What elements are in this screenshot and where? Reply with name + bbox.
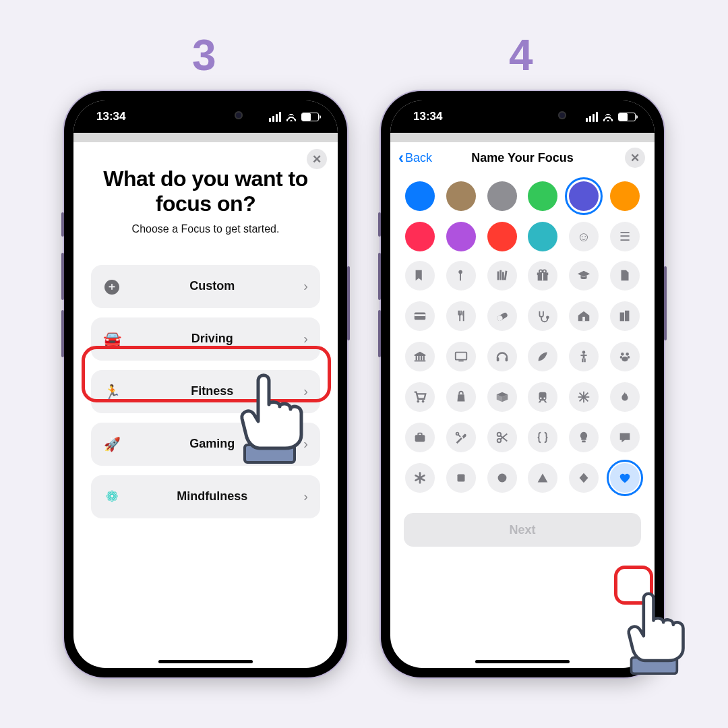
svg-rect-32 — [580, 355, 586, 356]
close-button[interactable]: ✕ — [307, 149, 327, 169]
page-title: What do you want to focus on? — [88, 166, 323, 216]
glyph-museum[interactable] — [405, 342, 435, 371]
next-button[interactable]: Next — [404, 513, 641, 547]
svg-point-33 — [621, 353, 624, 356]
chevron-right-icon: › — [303, 489, 308, 504]
glyph-bag[interactable] — [446, 382, 476, 412]
card-icon — [413, 309, 427, 324]
svg-point-15 — [546, 316, 549, 320]
glyph-bulb[interactable] — [569, 423, 599, 452]
glyph-person[interactable] — [569, 342, 599, 371]
glyph-pin[interactable] — [446, 261, 476, 291]
glyph-house[interactable] — [569, 301, 599, 331]
color-swatch[interactable] — [528, 222, 557, 251]
svg-point-10 — [543, 270, 547, 273]
svg-rect-27 — [505, 357, 508, 361]
glyph-card[interactable] — [405, 301, 435, 331]
glyph-train[interactable] — [528, 382, 557, 412]
glyph-file[interactable] — [610, 261, 640, 291]
cart-icon — [413, 390, 427, 404]
glyph-triangle[interactable] — [528, 463, 557, 493]
glyph-fork[interactable] — [446, 301, 476, 331]
glyph-tv[interactable] — [446, 342, 476, 371]
glyph-grad[interactable] — [569, 261, 599, 291]
glyph-headphones[interactable] — [487, 342, 517, 371]
glyph-square[interactable] — [446, 463, 476, 493]
svg-rect-24 — [456, 353, 467, 360]
grad-icon — [576, 268, 591, 283]
color-swatch[interactable] — [446, 222, 476, 251]
color-swatch[interactable] — [405, 222, 435, 251]
glyph-bookmark[interactable] — [405, 261, 435, 291]
svg-point-36 — [627, 356, 630, 359]
color-swatch[interactable] — [487, 181, 517, 211]
fire-icon — [617, 390, 632, 404]
svg-rect-3 — [499, 270, 502, 280]
svg-point-41 — [540, 397, 542, 399]
glyph-box[interactable] — [487, 382, 517, 412]
cellular-icon — [586, 112, 598, 122]
svg-rect-16 — [582, 317, 585, 321]
phone-step-3: 13:34 ✕ What do you want to focus on? Ch… — [64, 91, 347, 677]
color-swatch[interactable] — [569, 181, 599, 211]
glyph-braces[interactable] — [528, 423, 557, 452]
glyph-paws[interactable] — [610, 342, 640, 371]
color-swatch[interactable] — [528, 181, 557, 211]
glyph-leaf[interactable] — [528, 342, 557, 371]
color-swatch[interactable] — [487, 222, 517, 251]
back-button[interactable]: ‹ Back — [398, 151, 432, 165]
battery-icon — [301, 113, 319, 121]
glyph-diamond[interactable] — [569, 463, 599, 493]
focus-row-label: Mindfulness — [121, 489, 303, 504]
focus-row-gaming[interactable]: 🚀Gaming› — [91, 423, 320, 466]
bag-icon — [454, 390, 468, 404]
color-swatch[interactable] — [610, 181, 640, 211]
svg-point-39 — [422, 400, 425, 403]
color-swatch[interactable] — [405, 181, 435, 211]
svg-point-57 — [497, 474, 506, 483]
focus-row-mindfulness[interactable]: ❁Mindfulness› — [91, 475, 320, 518]
emoji-picker-button[interactable]: ☺ — [569, 222, 599, 251]
svg-rect-5 — [504, 271, 507, 280]
chevron-right-icon: › — [303, 436, 308, 452]
glyph-fire[interactable] — [610, 382, 640, 412]
wifi-icon — [285, 112, 297, 121]
glyph-briefcase[interactable] — [405, 423, 435, 452]
focus-row-custom[interactable]: ＋Custom› — [91, 265, 320, 308]
svg-rect-1 — [460, 273, 461, 280]
glyph-heart[interactable] — [610, 463, 640, 493]
glyph-snow[interactable] — [569, 382, 599, 412]
glyph-gift[interactable] — [528, 261, 557, 291]
bookmark-icon — [413, 268, 427, 283]
briefcase-icon — [413, 430, 427, 445]
cellular-icon — [269, 112, 281, 122]
focus-row-fitness[interactable]: 🏃Fitness› — [91, 370, 320, 413]
glyph-scissors[interactable] — [487, 423, 517, 452]
svg-rect-31 — [584, 359, 585, 363]
glyph-steth[interactable] — [528, 301, 557, 331]
glyph-books[interactable] — [487, 261, 517, 291]
more-colors-button[interactable]: ☰ — [610, 222, 640, 251]
focus-row-driving[interactable]: 🚘Driving› — [91, 317, 320, 361]
museum-icon — [413, 349, 427, 364]
glyph-cart[interactable] — [405, 382, 435, 412]
wifi-icon — [602, 112, 614, 121]
svg-rect-48 — [419, 433, 423, 436]
svg-point-9 — [539, 270, 543, 273]
focus-list: ＋Custom›🚘Driving›🏃Fitness›🚀Gaming›❁Mindf… — [88, 265, 323, 518]
close-button[interactable]: ✕ — [625, 148, 645, 168]
svg-rect-22 — [423, 356, 425, 360]
nav-title: Name Your Focus — [471, 151, 573, 165]
focus-row-label: Driving — [121, 332, 303, 346]
focus-row-label: Custom — [121, 279, 303, 293]
color-swatch[interactable] — [446, 181, 476, 211]
glyph-buildings[interactable] — [610, 301, 640, 331]
svg-rect-25 — [458, 361, 463, 362]
glyph-asterisk[interactable] — [405, 463, 435, 493]
glyph-tools[interactable] — [446, 423, 476, 452]
glyph-chat[interactable] — [610, 423, 640, 452]
glyph-circle-filled[interactable] — [487, 463, 517, 493]
glyph-pill[interactable] — [487, 301, 517, 331]
asterisk-icon — [413, 471, 427, 485]
circle-filled-icon — [495, 471, 510, 485]
